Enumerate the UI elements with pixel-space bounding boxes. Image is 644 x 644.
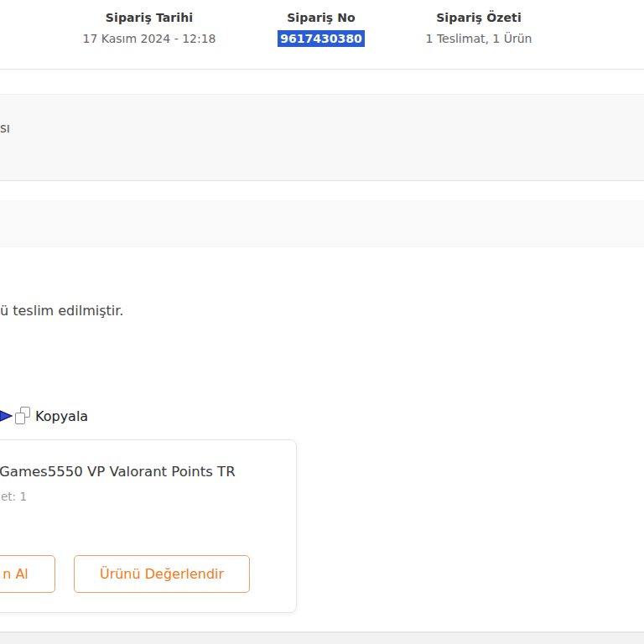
order-date-column: Sipariş Tarihi 17 Kasım 2024 - 12:18 bbox=[67, 11, 231, 45]
order-overview-value: 1 Teslimat, 1 Ürün bbox=[411, 32, 547, 45]
order-overview-column: Sipariş Özeti 1 Teslimat, 1 Ürün bbox=[411, 11, 547, 45]
order-summary-header: Sipariş Tarihi 17 Kasım 2024 - 12:18 Sip… bbox=[0, 0, 644, 70]
order-status-band: sı bbox=[0, 94, 644, 181]
review-product-button[interactable]: Ürünü Değerlendir bbox=[74, 555, 250, 593]
order-number-label: Sipariş No bbox=[260, 11, 382, 24]
pointer-arrow-icon bbox=[0, 410, 13, 422]
order-detail-page: Sipariş Tarihi 17 Kasım 2024 - 12:18 Sip… bbox=[0, 0, 644, 644]
order-date-label: Sipariş Tarihi bbox=[67, 11, 231, 24]
order-overview-label: Sipariş Özeti bbox=[411, 11, 547, 24]
delivery-status-text: ü teslim edilmiştir. bbox=[0, 303, 123, 319]
product-title: Games5550 VP Valorant Points TR bbox=[0, 464, 236, 480]
product-quantity: et: 1 bbox=[1, 490, 27, 503]
order-number-value-selected: 9617430380 bbox=[278, 30, 364, 47]
copy-label: Kopyala bbox=[35, 408, 88, 424]
secondary-band bbox=[0, 200, 644, 247]
order-number-column: Sipariş No 9617430380 bbox=[260, 11, 382, 45]
buy-again-button[interactable]: n Al bbox=[0, 555, 55, 593]
order-date-value: 17 Kasım 2024 - 12:18 bbox=[67, 32, 231, 45]
product-card: Games5550 VP Valorant Points TR et: 1 n … bbox=[0, 439, 297, 613]
next-section-edge bbox=[0, 633, 644, 644]
copy-icon bbox=[14, 407, 31, 425]
order-status-band-label: sı bbox=[0, 121, 10, 136]
copy-button[interactable]: Kopyala bbox=[0, 405, 88, 427]
